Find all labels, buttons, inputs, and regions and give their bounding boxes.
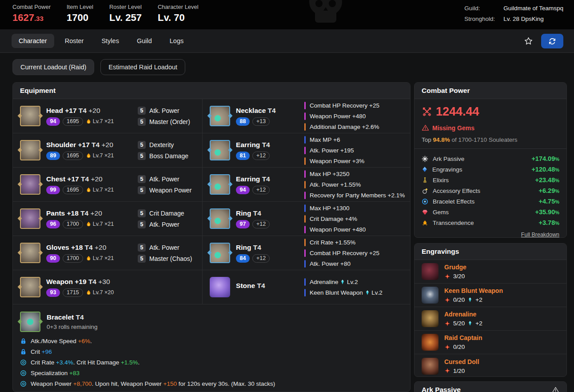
- item-name: Chest +17 T4 +20: [46, 175, 138, 183]
- item-name: Ring T4: [236, 244, 304, 252]
- engraving-node-icon: [444, 368, 450, 374]
- quality-badge: 96: [46, 220, 60, 228]
- equipment-row: Gloves +18 T4 +20 90 1700 Lv.7 ×21 5Atk.…: [13, 236, 410, 270]
- accessory-stat: Max MP +6: [304, 136, 410, 144]
- tab-guild[interactable]: Guild: [130, 34, 159, 48]
- tab-logs[interactable]: Logs: [163, 34, 191, 48]
- pants-icon[interactable]: [20, 208, 40, 229]
- equipment-panel: Equipment Head +17 T4 +20 94 1695 Lv.7 ×…: [12, 82, 411, 392]
- accessory-item[interactable]: Necklace T4 88 +13 Combat HP Recovery +2…: [202, 99, 410, 133]
- engraving-icon: [422, 287, 438, 304]
- weapon-icon[interactable]: [20, 277, 40, 297]
- accessory-stat: Atk. Power +1.55%: [304, 181, 410, 188]
- accessory-stat: Atk. Power +195: [304, 147, 410, 154]
- bracelet-effects-icon: [422, 198, 428, 205]
- bracelet-stat: Specialization +83: [20, 370, 403, 376]
- item-level-badge: 1695: [63, 186, 83, 194]
- breakdown-value: +120.48%: [531, 166, 559, 173]
- favorite-star-button[interactable]: [522, 36, 534, 47]
- engravings-rows: Grudge 3/20 Keen Blunt Weapon 0/20 +2 Ad…: [415, 260, 566, 377]
- topbar-stat: Roster Level Lv. 257: [109, 4, 142, 24]
- accessory-item[interactable]: Earring T4 81 +12 Max MP +6Atk. Power +1…: [202, 133, 410, 167]
- gear-item[interactable]: Pants +18 T4 +20 96 1700 Lv.7 ×21 5Crit …: [13, 202, 202, 236]
- stronghold-value: Lv. 28 DpsKing: [503, 16, 563, 22]
- helmet-icon[interactable]: [20, 106, 40, 126]
- gear-item[interactable]: Shoulder +17 T4 +20 89 1695 Lv.7 ×21 5De…: [13, 133, 202, 167]
- refresh-button[interactable]: [541, 34, 563, 48]
- accessory-stat: Keen Blunt Weapon Lv.2: [304, 289, 410, 296]
- equipment-row: Head +17 T4 +20 94 1695 Lv.7 ×21 5Atk. P…: [13, 99, 410, 133]
- breakdown-value: +174.09%: [531, 155, 559, 162]
- engraving-icon: [422, 358, 438, 375]
- item-level-badge: 1715: [63, 288, 83, 297]
- engraving-row[interactable]: Raid Captain 0/20: [415, 331, 566, 354]
- accessory-stats: Crit Rate +1.55%Combat HP Recovery +25At…: [304, 239, 410, 268]
- ring-icon[interactable]: [210, 208, 230, 229]
- gem-icon: [365, 290, 370, 296]
- gear-stat: 5Boss Damage: [138, 152, 202, 160]
- ring-icon[interactable]: [210, 243, 230, 263]
- tab-roster[interactable]: Roster: [58, 34, 91, 48]
- gear-item[interactable]: Weapon +19 T4 +30 93 1715 Lv.7 ×20: [13, 270, 202, 304]
- topbar-stat-label: Item Level: [67, 4, 93, 10]
- loadout-switcher: Current Loadout (Raid) Estimated Raid Lo…: [12, 59, 185, 75]
- breakdown-row: Engravings +120.48%: [422, 164, 559, 175]
- breakdown-row: Ark Passive +174.09%: [422, 153, 559, 164]
- earring-icon[interactable]: [210, 140, 230, 160]
- topbar-stat: Combat Power 1627.33: [12, 4, 51, 24]
- bracelet-stat: Crit +96: [20, 348, 403, 355]
- bracelet-name: Bracelet T4: [47, 313, 97, 321]
- chest-icon[interactable]: [20, 174, 40, 195]
- bracelet-stat: Atk./Move Speed +6%.: [20, 338, 403, 344]
- engraving-row[interactable]: Cursed Doll 1/20: [415, 354, 566, 377]
- tab-character[interactable]: Character: [12, 34, 54, 48]
- guild-info: Guild: Guildmate of Teamspq Stronghold: …: [464, 5, 563, 22]
- item-level-badge: 1700: [63, 254, 83, 263]
- topbar-stat-value: 1627.33: [12, 12, 51, 24]
- quality-badge: 94: [236, 186, 250, 194]
- enhancement-badge: +13: [252, 117, 270, 126]
- accessory-item[interactable]: Ring T4 97 +12 Max HP +1300Crit Damage +…: [202, 202, 410, 236]
- accessory-item[interactable]: Ring T4 84 +12 Crit Rate +1.55%Combat HP…: [202, 236, 410, 270]
- gear-stat: 5Atk. Power: [138, 220, 202, 228]
- engraving-row[interactable]: Adrenaline 5/20 +2: [415, 307, 566, 331]
- accessory-item[interactable]: Stone T4 Adrenaline Lv.2Keen Blunt Weapo…: [202, 270, 410, 304]
- bracelet-icon[interactable]: [20, 312, 40, 332]
- guild-label: Guild:: [464, 5, 503, 12]
- enhancement-badge: +12: [252, 220, 270, 228]
- engraving-node-icon: [444, 297, 450, 303]
- item-level-badge: 1695: [63, 152, 83, 160]
- estimated-loadout-button[interactable]: Estimated Raid Loadout: [100, 59, 185, 75]
- earring-icon[interactable]: [210, 174, 230, 195]
- lock-icon: [20, 348, 27, 355]
- combat-power-title: Combat Power: [422, 87, 470, 95]
- stone-icon[interactable]: [210, 277, 230, 297]
- item-name: Shoulder +17 T4 +20: [46, 141, 138, 149]
- shoulder-icon[interactable]: [20, 140, 40, 160]
- gloves-icon[interactable]: [20, 243, 40, 263]
- engraving-name: Grudge: [444, 264, 466, 271]
- gem-icon: [467, 297, 473, 303]
- item-name: Earring T4: [236, 175, 304, 183]
- gear-item[interactable]: Head +17 T4 +20 94 1695 Lv.7 ×21 5Atk. P…: [13, 99, 202, 133]
- accessory-stat: Additional Damage +2.6%: [304, 123, 410, 131]
- tab-styles[interactable]: Styles: [94, 34, 126, 48]
- topbar-stat-value: Lv. 257: [109, 12, 142, 24]
- topbar-stat-value: Lv. 70: [158, 12, 199, 24]
- full-breakdown-link[interactable]: Full Breakdown: [422, 232, 559, 238]
- bracelet-stat: Crit Rate +3.4%. Crit Hit Damage +1.5%.: [20, 359, 403, 366]
- engraving-row[interactable]: Grudge 3/20: [415, 260, 566, 284]
- engraving-name: Keen Blunt Weapon: [444, 287, 503, 294]
- gear-item[interactable]: Chest +17 T4 +20 99 1695 Lv.7 ×21 5Atk. …: [13, 168, 202, 201]
- gear-stats: 5Crit Damage5Atk. Power: [138, 209, 202, 228]
- necklace-icon[interactable]: [210, 106, 230, 126]
- engraving-row[interactable]: Keen Blunt Weapon 0/20 +2: [415, 284, 566, 307]
- bracelet-section[interactable]: Bracelet T4 0+3 rolls remaining Atk./Mov…: [13, 304, 410, 387]
- gear-item[interactable]: Gloves +18 T4 +20 90 1700 Lv.7 ×21 5Atk.…: [13, 236, 202, 270]
- accessory-item[interactable]: Earring T4 94 +12 Max HP +3250Atk. Power…: [202, 168, 410, 201]
- breakdown-value: +3.78%: [539, 219, 559, 226]
- current-loadout-button[interactable]: Current Loadout (Raid): [12, 59, 94, 75]
- equipment-row: Pants +18 T4 +20 96 1700 Lv.7 ×21 5Crit …: [13, 202, 410, 236]
- enhancement-badge: +12: [252, 254, 270, 263]
- flame-icon: [86, 153, 92, 159]
